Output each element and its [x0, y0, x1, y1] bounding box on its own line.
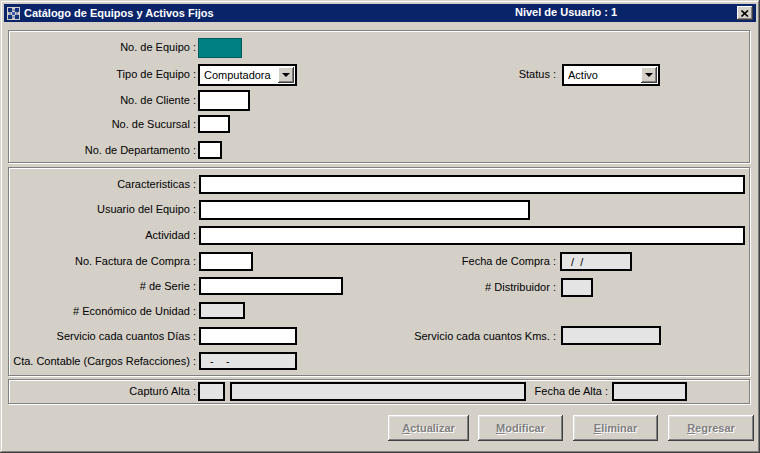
close-button[interactable]: [737, 6, 753, 20]
status-value: Activo: [568, 69, 598, 81]
no-departamento-label: No. de Departamento :: [8, 144, 196, 157]
tipo-equipo-select[interactable]: Computadora: [198, 64, 297, 86]
window-title: Catálogo de Equipos y Activos Fijos: [24, 7, 214, 19]
no-equipo-input[interactable]: [198, 38, 242, 58]
status-label: Status :: [360, 68, 556, 81]
eliminar-button[interactable]: Eliminar: [573, 415, 658, 441]
economico-label: # Económico de Unidad :: [8, 305, 196, 318]
user-level-text: Nivel de Usuario : 1: [515, 6, 617, 18]
no-cliente-input[interactable]: [198, 90, 250, 111]
cta-contable-label: Cta. Contable (Cargos Refacciones) :: [8, 355, 196, 368]
titlebar[interactable]: Catálogo de Equipos y Activos Fijos Nive…: [4, 4, 756, 22]
distribuidor-input: [561, 278, 593, 297]
dialog-window: Catálogo de Equipos y Activos Fijos Nive…: [0, 0, 760, 453]
modificar-button[interactable]: Modificar: [478, 415, 563, 441]
chevron-down-icon: [282, 73, 290, 77]
economico-input: [199, 302, 245, 319]
close-icon: [741, 10, 749, 17]
capturo-alta-label: Capturó Alta :: [8, 385, 196, 398]
chevron-down-icon: [645, 73, 653, 77]
serie-input[interactable]: [199, 277, 343, 295]
distribuidor-label: # Distribuidor :: [360, 281, 556, 294]
no-cliente-label: No. de Cliente :: [8, 94, 196, 107]
tipo-equipo-value: Computadora: [204, 69, 271, 81]
fecha-alta-label: Fecha de Alta :: [412, 385, 608, 398]
servicio-dias-input[interactable]: [199, 327, 297, 345]
no-factura-label: No. Factura de Compra :: [8, 255, 196, 268]
serie-label: # de Serie :: [8, 280, 196, 293]
servicio-kms-label: Servicio cada cuantos Kms. :: [360, 330, 556, 343]
fecha-compra-label: Fecha de Compra :: [360, 255, 556, 268]
tipo-equipo-dropdown-button[interactable]: [278, 67, 294, 83]
fecha-alta-input: [612, 382, 687, 401]
modificar-button-label: Modificar: [478, 422, 563, 434]
actualizar-button[interactable]: Actualizar: [388, 415, 469, 441]
eliminar-button-label: Eliminar: [573, 422, 658, 434]
capturo-alta-code-input: [198, 382, 225, 401]
servicio-dias-label: Servicio cada cuantos Días :: [8, 330, 196, 343]
caracteristicas-input[interactable]: [199, 175, 745, 194]
fecha-compra-input: [560, 252, 632, 271]
status-select[interactable]: Activo: [562, 64, 660, 86]
actualizar-button-label: Actualizar: [388, 422, 469, 434]
no-factura-input[interactable]: [199, 252, 253, 271]
actividad-label: Actividad :: [8, 229, 196, 242]
regresar-button[interactable]: Regresar: [668, 415, 754, 441]
actividad-input[interactable]: [199, 226, 745, 245]
servicio-kms-input: [561, 326, 661, 345]
usuario-equipo-label: Usuario del Equipo :: [8, 203, 196, 216]
caracteristicas-label: Caracteristicas :: [8, 178, 196, 191]
usuario-equipo-input[interactable]: [199, 200, 530, 220]
app-form-icon: [7, 7, 20, 20]
regresar-button-label: Regresar: [668, 422, 754, 434]
no-departamento-input[interactable]: [198, 141, 222, 159]
status-dropdown-button[interactable]: [641, 67, 657, 83]
no-equipo-label: No. de Equipo :: [8, 41, 196, 54]
cta-contable-input: [199, 352, 297, 370]
tipo-equipo-label: Tipo de Equipo :: [8, 68, 196, 81]
no-sucursal-input[interactable]: [198, 115, 230, 133]
no-sucursal-label: No. de Sucursal :: [8, 118, 196, 131]
